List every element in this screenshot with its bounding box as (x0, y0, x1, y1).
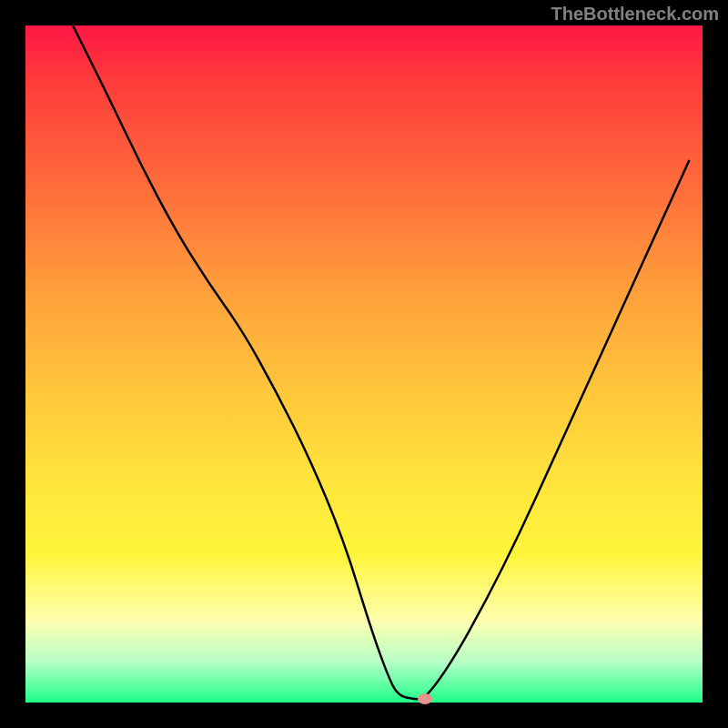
bottleneck-curve-path (73, 25, 689, 699)
plot-area (25, 25, 703, 703)
curve-svg (25, 25, 703, 703)
watermark-text: TheBottleneck.com (551, 4, 719, 25)
optimum-marker (418, 693, 432, 704)
